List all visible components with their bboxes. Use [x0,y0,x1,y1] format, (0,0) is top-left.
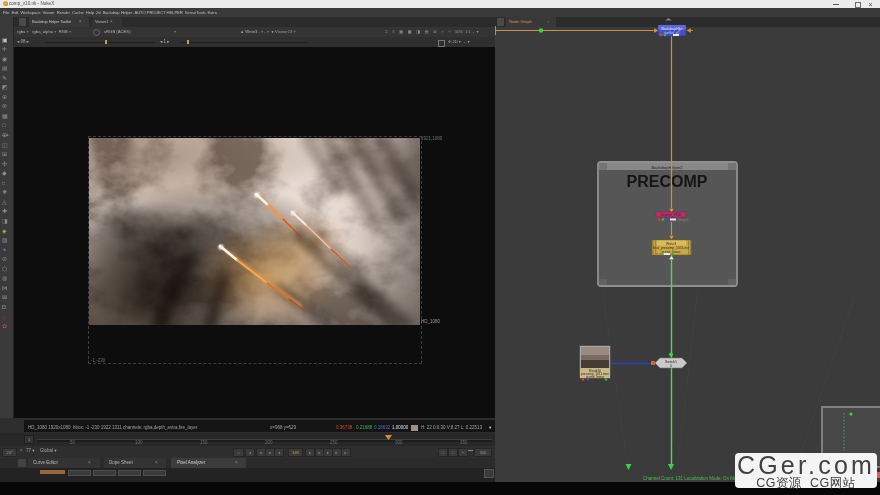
svg-text:keymix_PRE: keymix_PRE [661,213,682,217]
svg-text:PRECOMP: PRECOMP [627,173,708,190]
svg-text:0: 0 [670,364,672,368]
svg-text:Write3: Write3 [666,242,676,246]
svg-text:toolkit_v2: toolkit_v2 [665,31,680,35]
svg-text:Merge1: Merge1 [678,218,689,222]
svg-text:BackdropHelper2: BackdropHelper2 [652,165,684,170]
